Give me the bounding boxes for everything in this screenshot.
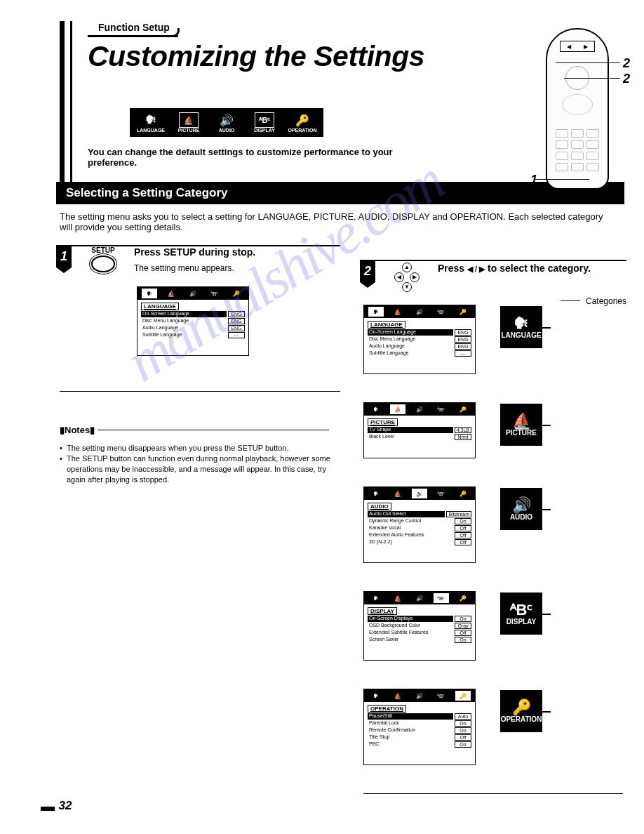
function-setup-tab: Function Setup: [88, 21, 178, 37]
display-icon: ᴬBᶜ: [255, 112, 274, 128]
category-block-operation: 🗣⛵🔊ᴬBᶜ🔑OPERATIONPause/StillAutoParental …: [363, 689, 626, 765]
category-block-display: 🗣⛵🔊ᴬBᶜ🔑DISPLAYOn-Screen DisplaysOnOSD Ba…: [363, 591, 626, 661]
picture-icon: ⛵: [179, 112, 199, 128]
section-title-bar: Selecting a Setting Category: [56, 182, 624, 204]
section-intro: The setting menu asks you to select a se…: [60, 211, 617, 232]
note-item: The SETUP button can function even durin…: [60, 454, 340, 485]
note-item: The setting menu disappears when you pre…: [60, 443, 340, 454]
step-2-number: 2: [360, 260, 375, 282]
remote-diagram: ◀▶: [546, 28, 609, 190]
picture-icon: ⛵PICTURE: [500, 404, 542, 446]
step-1-screen: 🗣⛵🔊ᴬBᶜ🔑 LANGUAGEOn-Screen LanguageENGDis…: [137, 286, 249, 356]
callout-1: 1: [530, 173, 537, 187]
category-block-language: 🗣⛵🔊ᴬBᶜ🔑LANGUAGEOn-Screen LanguageENGDisc…: [363, 305, 626, 374]
operation-icon: 🔑OPERATION: [500, 690, 542, 732]
step-2-title: Press ◀ / ▶ to select the category.: [438, 263, 626, 274]
step-1-sub: The setting menu appears.: [134, 263, 340, 273]
step-1-title: Press SETUP during stop.: [134, 246, 340, 258]
function-setup-label: Function Setup: [98, 22, 170, 33]
category-icon-strip: 🗣LANGUAGE ⛵PICTURE 🔊AUDIO ᴬBᶜDISPLAY 🔑OP…: [130, 108, 323, 137]
language-icon: 🗣LANGUAGE: [500, 306, 542, 348]
audio-icon: 🔊: [217, 112, 236, 128]
screen-operation: 🗣⛵🔊ᴬBᶜ🔑OPERATIONPause/StillAutoParental …: [363, 689, 476, 765]
operation-icon: 🔑: [293, 112, 312, 128]
screen-audio: 🗣⛵🔊ᴬBᶜ🔑AUDIOAudio Out SelectBitstreamDyn…: [363, 486, 476, 563]
category-block-picture: 🗣⛵🔊ᴬBᶜ🔑PICTURETV Shape4:3LBBlack LevelNr…: [363, 402, 626, 458]
display-icon: ᴬBᶜDISPLAY: [500, 593, 542, 635]
side-accent-bars: [60, 21, 72, 183]
screen-language: 🗣⛵🔊ᴬBᶜ🔑LANGUAGEOn-Screen LanguageENGDisc…: [363, 305, 476, 374]
step-1-number: 1: [56, 245, 72, 267]
audio-icon: 🔊AUDIO: [500, 488, 542, 530]
screen-picture: 🗣⛵🔊ᴬBᶜ🔑PICTURETV Shape4:3LBBlack LevelNr…: [363, 402, 476, 458]
page-number: 32: [41, 798, 72, 814]
categories-label: Categories: [586, 296, 626, 306]
notes-block: Notes The setting menu disappears when y…: [60, 391, 340, 484]
category-block-audio: 🗣⛵🔊ᴬBᶜ🔑AUDIOAudio Out SelectBitstreamDyn…: [363, 486, 626, 563]
language-icon: 🗣: [141, 112, 161, 128]
notes-label: Notes: [60, 425, 95, 435]
screen-display: 🗣⛵🔊ᴬBᶜ🔑DISPLAYOn-Screen DisplaysOnOSD Ba…: [363, 591, 476, 661]
callout-2b: 2: [623, 72, 630, 86]
direction-buttons-graphic: ▲ ◀▶ ▼: [382, 263, 432, 292]
callout-2a: 2: [623, 56, 630, 71]
bottom-rule: [363, 793, 623, 794]
intro-text: You can change the default settings to c…: [88, 147, 438, 168]
setup-button-graphic: SETUP: [78, 246, 128, 274]
